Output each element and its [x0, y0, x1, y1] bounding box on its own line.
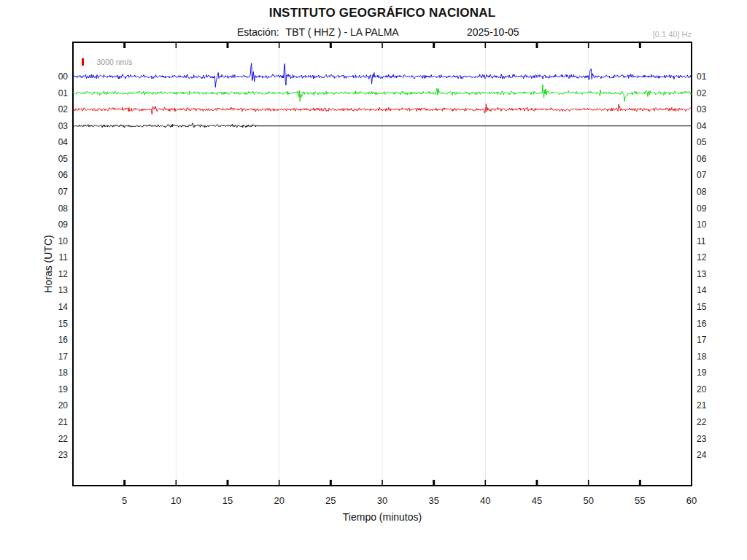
station-value: TBT ( HHZ ) - LA PALMA — [286, 26, 399, 38]
hour-label-left-21: 21 — [58, 417, 69, 427]
y-axis-title: Horas (UTC) — [42, 235, 54, 292]
hour-label-left-20: 20 — [58, 400, 69, 411]
hour-label-right-04: 04 — [697, 121, 707, 131]
x-tick-label-35: 35 — [428, 495, 438, 506]
hour-label-left-16: 16 — [58, 335, 69, 345]
hour-label-right-24: 24 — [697, 450, 707, 460]
page-title: INSTITUTO GEOGRÁFICO NACIONAL — [73, 6, 692, 20]
x-tick-label-20: 20 — [274, 495, 284, 506]
hour-label-left-15: 15 — [58, 319, 69, 329]
x-tick-label-30: 30 — [377, 495, 387, 506]
hour-label-right-05: 05 — [697, 137, 707, 147]
x-tick-label-25: 25 — [325, 495, 336, 506]
x-tick-label-15: 15 — [222, 495, 233, 506]
hour-label-left-23: 23 — [58, 450, 69, 460]
hour-label-right-02: 02 — [697, 88, 707, 98]
hour-label-right-21: 21 — [697, 400, 707, 411]
hour-label-left-09: 09 — [58, 219, 69, 230]
hour-label-right-13: 13 — [697, 269, 707, 279]
hour-label-left-19: 19 — [58, 384, 69, 394]
hour-label-right-10: 10 — [697, 219, 707, 230]
scale-label: 3000 nm/s — [96, 58, 132, 66]
date-label: 2025-10-05 — [467, 26, 519, 38]
hour-label-right-12: 12 — [697, 252, 707, 262]
hour-label-left-17: 17 — [58, 351, 69, 362]
scale-legend: 3000 nm/s — [82, 55, 132, 63]
hour-label-right-23: 23 — [697, 434, 707, 444]
x-tick-label-45: 45 — [532, 495, 542, 506]
hour-label-right-06: 06 — [697, 154, 707, 164]
hour-label-right-11: 11 — [697, 236, 706, 246]
hour-label-left-06: 06 — [58, 170, 69, 180]
hour-label-right-01: 01 — [697, 71, 707, 82]
x-tick-label-55: 55 — [635, 495, 645, 506]
helicorder-page: 5101520253035404550556000010102020303040… — [0, 0, 747, 560]
hour-label-left-07: 07 — [58, 187, 69, 197]
hour-label-right-09: 09 — [697, 203, 707, 214]
x-tick-label-10: 10 — [171, 495, 181, 506]
x-tick-label-5: 5 — [122, 495, 127, 506]
hour-label-right-07: 07 — [697, 170, 707, 180]
hour-label-left-08: 08 — [58, 203, 69, 214]
hour-label-right-20: 20 — [697, 384, 707, 394]
hour-label-right-19: 19 — [697, 368, 707, 378]
x-tick-label-40: 40 — [480, 495, 490, 506]
hour-label-left-02: 02 — [58, 104, 69, 114]
x-tick-label-60: 60 — [686, 495, 697, 506]
helicorder-plot: 5101520253035404550556000010102020303040… — [0, 0, 747, 560]
filter-band-label: [0.1 40] Hz — [653, 30, 692, 39]
x-axis-title: Tiempo (minutos) — [73, 511, 692, 523]
hour-label-left-12: 12 — [58, 269, 69, 279]
scale-bar-icon — [82, 58, 84, 66]
hour-label-right-03: 03 — [697, 104, 707, 114]
hour-label-left-00: 00 — [58, 71, 69, 82]
hour-label-left-05: 05 — [58, 154, 69, 164]
hour-label-left-22: 22 — [58, 434, 69, 444]
hour-label-right-14: 14 — [697, 285, 707, 295]
x-tick-label-50: 50 — [583, 495, 593, 506]
hour-label-right-22: 22 — [697, 417, 707, 427]
hour-label-left-10: 10 — [58, 236, 69, 246]
hour-label-right-08: 08 — [697, 187, 707, 197]
hour-label-right-15: 15 — [697, 302, 707, 312]
hour-label-right-18: 18 — [697, 351, 707, 362]
hour-label-left-14: 14 — [58, 302, 69, 312]
hour-label-left-01: 01 — [58, 88, 69, 98]
hour-label-right-17: 17 — [697, 335, 707, 345]
hour-label-left-11: 11 — [59, 252, 69, 262]
hour-label-right-16: 16 — [697, 319, 707, 329]
trace-hour-03 — [73, 123, 256, 128]
hour-label-left-13: 13 — [58, 285, 69, 295]
hour-label-left-04: 04 — [58, 137, 69, 147]
station-subtitle: Estación:TBT ( HHZ ) - LA PALMA — [237, 26, 399, 38]
hour-label-left-18: 18 — [58, 368, 69, 378]
hour-label-left-03: 03 — [58, 121, 69, 131]
station-label: Estación: — [237, 26, 279, 38]
